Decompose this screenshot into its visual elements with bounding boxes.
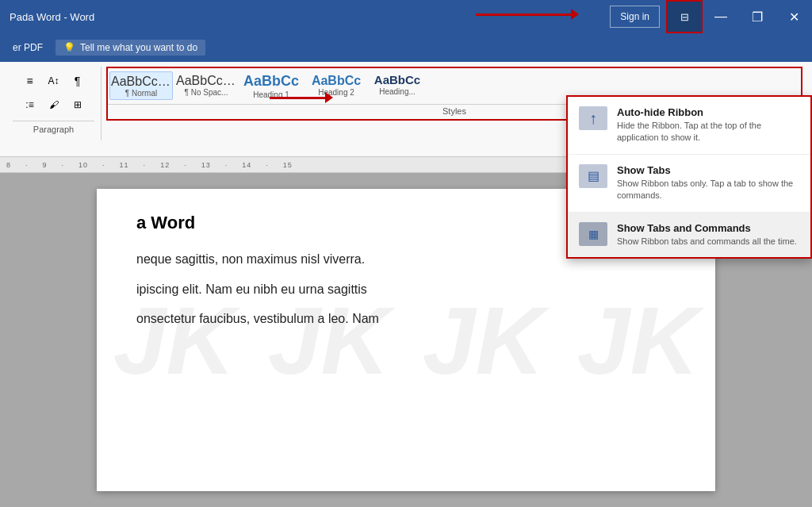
title-bar-controls: Sign in ⊟ — ❐ ✕ <box>610 0 812 33</box>
show-tabs-title: Show Tabs <box>617 164 799 176</box>
style-no-space[interactable]: AaBbCcDc ¶ No Spac... <box>174 71 238 98</box>
arrow-indicator <box>476 9 579 20</box>
style-heading1-preview: AaBbCc <box>243 73 299 90</box>
minimize-button[interactable]: — <box>703 0 739 33</box>
auto-hide-icon: ↑ <box>579 106 607 130</box>
menu-item-pdf[interactable]: er PDF <box>6 39 49 56</box>
paint-icon[interactable]: 🖌 <box>43 94 65 116</box>
pilcrow-icon[interactable]: ¶ <box>67 70 89 92</box>
align-icon[interactable]: ≡ <box>19 70 41 92</box>
style-normal-label: ¶ Normal <box>125 89 157 98</box>
style-heading3-label: Heading... <box>379 87 416 96</box>
ribbon-arrow <box>270 92 333 103</box>
ribbon: ≡ A↕ ¶ :≡ 🖌 ⊞ Paragraph <box>0 62 812 157</box>
show-tabs-icon: ▤ <box>579 164 607 188</box>
table-icon[interactable]: ⊞ <box>67 94 89 116</box>
close-icon: ✕ <box>789 10 799 25</box>
lightbulb-icon: 💡 <box>63 42 75 53</box>
paragraph-label: Paragraph <box>13 121 94 137</box>
style-heading3-preview: AaBbCc <box>374 73 420 87</box>
doc-para-3: onsectetur faucibus, vestibulum a leo. N… <box>136 309 676 329</box>
tell-me-box[interactable]: 💡 Tell me what you want to do <box>56 40 205 56</box>
dropdown-panel: ↑ Auto-hide Ribbon Hide the Ribbon. Tap … <box>566 95 812 259</box>
sort-icon[interactable]: A↕ <box>43 70 65 92</box>
auto-hide-title: Auto-hide Ribbon <box>617 106 799 118</box>
arrow-head <box>571 9 579 20</box>
title-bar: Pada Word - Word Sign in ⊟ — ❐ ✕ <box>0 0 812 33</box>
style-normal[interactable]: AaBbCcDc ¶ Normal <box>109 71 173 100</box>
show-tabs-commands-icon: ▦ <box>579 222 607 246</box>
style-normal-preview: AaBbCcDc <box>111 74 171 89</box>
minimize-icon: — <box>714 10 727 24</box>
close-button[interactable]: ✕ <box>776 0 812 33</box>
style-heading2-preview: AaBbCc <box>312 73 361 88</box>
dropdown-show-tabs-commands[interactable]: ▦ Show Tabs and Commands Show Ribbon tab… <box>568 213 810 257</box>
par-row-1: ≡ A↕ ¶ <box>19 70 89 92</box>
paragraph-group: ≡ A↕ ¶ :≡ 🖌 ⊞ Paragraph <box>6 67 102 140</box>
style-heading3[interactable]: AaBbCc Heading... <box>370 71 425 98</box>
show-tabs-commands-title: Show Tabs and Commands <box>617 222 797 234</box>
doc-para-2: ipiscing elit. Nam eu nibh eu urna sagit… <box>136 279 676 300</box>
menu-bar: er PDF 💡 Tell me what you want to do <box>0 33 812 62</box>
show-tabs-content: Show Tabs Show Ribbon tabs only. Tap a t… <box>617 164 799 202</box>
sign-in-button[interactable]: Sign in <box>610 6 660 28</box>
dropdown-auto-hide[interactable]: ↑ Auto-hide Ribbon Hide the Ribbon. Tap … <box>568 97 810 155</box>
ribbon-toggle-icon: ⊟ <box>680 11 689 23</box>
show-tabs-commands-desc: Show Ribbon tabs and commands all the ti… <box>617 236 797 248</box>
title-bar-text: Pada Word - Word <box>10 11 94 23</box>
auto-hide-desc: Hide the Ribbon. Tap at the top of the a… <box>617 120 799 144</box>
restore-icon: ❐ <box>752 10 763 25</box>
paragraph-icons: ≡ A↕ ¶ :≡ 🖌 ⊞ <box>19 70 89 116</box>
auto-hide-content: Auto-hide Ribbon Hide the Ribbon. Tap at… <box>617 106 799 144</box>
ruler-mark: 8 · 9 · 10 · 11 · 12 · 13 · 14 · 15 <box>6 161 293 169</box>
tell-me-label: Tell me what you want to do <box>80 42 197 53</box>
style-no-space-preview: AaBbCcDc <box>176 73 236 88</box>
indent-icon[interactable]: :≡ <box>19 94 41 116</box>
dropdown-show-tabs[interactable]: ▤ Show Tabs Show Ribbon tabs only. Tap a… <box>568 155 810 213</box>
show-tabs-desc: Show Ribbon tabs only. Tap a tab to show… <box>617 178 799 202</box>
show-tabs-commands-content: Show Tabs and Commands Show Ribbon tabs … <box>617 222 797 248</box>
par-row-2: :≡ 🖌 ⊞ <box>19 94 89 116</box>
arrow-line <box>476 13 571 16</box>
ribbon-arrow-head <box>325 92 333 103</box>
ribbon-toggle-button[interactable]: ⊟ <box>666 0 703 33</box>
ribbon-arrow-line <box>270 97 325 99</box>
restore-button[interactable]: ❐ <box>739 0 776 33</box>
style-no-space-label: ¶ No Spac... <box>185 88 228 97</box>
document-body: neque sagittis, non maximus nisl viverra… <box>136 249 676 329</box>
